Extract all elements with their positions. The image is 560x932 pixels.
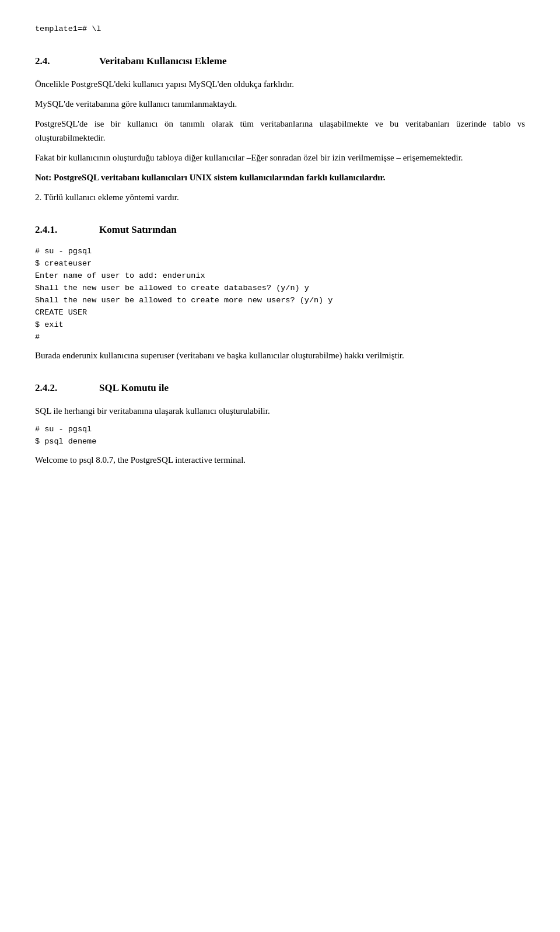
- section-2-4-1-heading: 2.4.1. Komut Satırından: [35, 222, 525, 238]
- note-text: Not: PostgreSQL veritabanı kullanıcıları…: [35, 173, 385, 182]
- paragraph-1: Öncelikle PostgreSQL'deki kullanıcı yapı…: [35, 77, 525, 91]
- code-block-3: # su - pgsql $ psql deneme: [35, 424, 525, 448]
- section-2-4-heading: 2.4. Veritabanı Kullanıcısı Ekleme: [35, 53, 525, 69]
- note-paragraph: Not: PostgreSQL veritabanı kullanıcıları…: [35, 170, 525, 184]
- code-block-1: template1=# \l: [35, 23, 525, 36]
- section-2-4-1-title: Komut Satırından: [99, 222, 177, 238]
- paragraph-8: Welcome to psql 8.0.7, the PostgreSQL in…: [35, 453, 525, 467]
- paragraph-3: PostgreSQL'de ise bir kullanıcı ön tanım…: [35, 117, 525, 145]
- section-2-4-2-title: SQL Komutu ile: [99, 380, 169, 396]
- paragraph-4: Fakat bir kullanıcının oluşturduğu tablo…: [35, 151, 525, 165]
- section-2-4-2-heading: 2.4.2. SQL Komutu ile: [35, 380, 525, 396]
- code-block-2: # su - pgsql $ createuser Enter name of …: [35, 246, 525, 343]
- section-2-4-title: Veritabanı Kullanıcısı Ekleme: [99, 53, 227, 69]
- section-2-4-1-number: 2.4.1.: [35, 222, 82, 238]
- paragraph-6: Burada enderunix kullanıcına superuser (…: [35, 348, 525, 362]
- paragraph-2: MySQL'de veritabanına göre kullanıcı tan…: [35, 97, 525, 111]
- paragraph-5: 2. Türlü kullanıcı ekleme yöntemi vardır…: [35, 190, 525, 204]
- section-2-4-2-number: 2.4.2.: [35, 380, 82, 396]
- section-2-4-number: 2.4.: [35, 53, 82, 69]
- paragraph-7: SQL ile herhangi bir veritabanına ulaşar…: [35, 404, 525, 418]
